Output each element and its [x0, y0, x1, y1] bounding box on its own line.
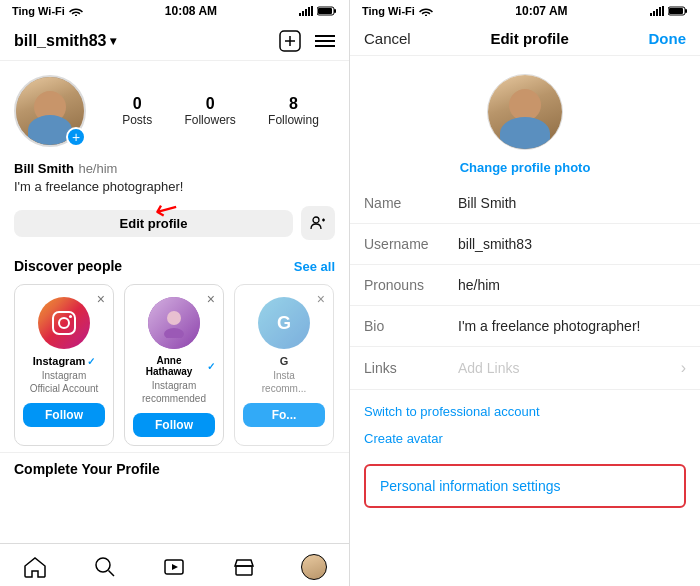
follow-button-instagram[interactable]: Follow — [23, 403, 105, 427]
follow-button-anne[interactable]: Follow — [133, 413, 215, 437]
right-battery-icon — [668, 6, 688, 16]
right-panel: Ting Wi-Fi 10:07 AM Cancel Edit profile … — [350, 0, 700, 586]
create-avatar-link[interactable]: Create avatar — [350, 423, 700, 454]
cancel-button[interactable]: Cancel — [364, 30, 411, 47]
card-avatar-third: G — [258, 297, 310, 349]
done-button[interactable]: Done — [648, 30, 686, 47]
anne-avatar-icon — [159, 308, 189, 338]
following-count: 8 — [289, 95, 298, 113]
avatar-wrapper: + — [14, 75, 86, 147]
svg-rect-3 — [308, 7, 310, 16]
svg-rect-29 — [656, 9, 658, 16]
name-value: Bill Smith — [458, 195, 686, 211]
right-signal-icon — [650, 6, 664, 16]
svg-rect-28 — [653, 11, 655, 16]
menu-icon[interactable] — [315, 34, 335, 48]
shop-icon — [233, 556, 255, 578]
form-row-name[interactable]: Name Bill Smith — [350, 183, 700, 224]
verified-badge-anne: ✓ — [207, 361, 215, 372]
profile-avatar-nav — [301, 554, 327, 580]
bio-value: I'm a freelance photographer! — [458, 318, 686, 334]
svg-rect-27 — [650, 13, 652, 16]
discover-cards: × Instagram ✓ InstagramOfficial Account … — [14, 284, 335, 446]
complete-profile-bar: Complete Your Profile — [0, 452, 349, 481]
header-icons — [279, 30, 335, 52]
battery-icon — [317, 6, 337, 16]
stats-row: 0 Posts 0 Followers 8 Following — [106, 95, 335, 127]
profile-section: + 0 Posts 0 Followers 8 Following — [0, 61, 349, 155]
card-avatar-anne — [148, 297, 200, 349]
form-row-links[interactable]: Links Add Links › — [350, 347, 700, 390]
verified-badge-instagram: ✓ — [87, 356, 95, 367]
form-row-bio[interactable]: Bio I'm a freelance photographer! — [350, 306, 700, 347]
bio-text: I'm a freelance photographer! — [14, 179, 335, 194]
nav-profile[interactable] — [301, 554, 327, 580]
switch-professional-link[interactable]: Switch to professional account — [350, 390, 700, 423]
follow-button-third[interactable]: Fo... — [243, 403, 325, 427]
card-name-instagram: Instagram ✓ — [23, 355, 105, 367]
instagram-logo-icon — [49, 308, 79, 338]
signal-icon — [299, 6, 313, 16]
svg-rect-4 — [311, 6, 313, 16]
svg-rect-6 — [334, 9, 336, 13]
posts-label: Posts — [122, 113, 152, 127]
left-status-right — [299, 6, 337, 16]
svg-rect-7 — [318, 8, 332, 14]
links-label: Links — [364, 360, 444, 376]
new-post-icon[interactable] — [279, 30, 301, 52]
right-avatar-section: Change profile photo — [350, 56, 700, 183]
right-status-bar: Ting Wi-Fi 10:07 AM — [350, 0, 700, 22]
svg-point-20 — [167, 311, 181, 325]
left-header: bill_smith83 ▾ — [0, 22, 349, 61]
form-section: Name Bill Smith Username bill_smith83 Pr… — [350, 183, 700, 586]
change-photo-link[interactable]: Change profile photo — [460, 160, 591, 175]
anne-avatar-inner — [148, 297, 200, 349]
nav-search[interactable] — [92, 554, 118, 580]
svg-rect-26 — [236, 566, 252, 575]
links-chevron-icon: › — [681, 359, 686, 377]
close-card-anne[interactable]: × — [207, 291, 215, 307]
nav-home[interactable] — [22, 554, 48, 580]
form-row-pronouns[interactable]: Pronouns he/him — [350, 265, 700, 306]
form-row-username[interactable]: Username bill_smith83 — [350, 224, 700, 265]
followers-label: Followers — [184, 113, 235, 127]
svg-rect-34 — [669, 8, 683, 14]
svg-marker-25 — [172, 564, 178, 570]
right-status-right — [650, 6, 688, 16]
discover-card-third: × G G Instarecomm... Fo... — [234, 284, 334, 446]
nav-shop[interactable] — [231, 554, 257, 580]
discover-section: Discover people See all × Instagram ✓ — [0, 250, 349, 452]
edit-profile-button[interactable]: Edit profile — [14, 210, 293, 237]
username-label: Username — [364, 236, 444, 252]
svg-point-21 — [164, 328, 184, 338]
edit-profile-title: Edit profile — [490, 30, 568, 47]
svg-point-22 — [96, 558, 110, 572]
svg-rect-31 — [662, 6, 664, 16]
card-avatar-instagram — [38, 297, 90, 349]
username-value: bill_smith83 — [458, 236, 686, 252]
bio-name-line: Bill Smith he/him — [14, 159, 335, 177]
see-all-link[interactable]: See all — [294, 259, 335, 274]
posts-count: 0 — [133, 95, 142, 113]
discover-people-icon[interactable] — [301, 206, 335, 240]
svg-rect-0 — [299, 13, 301, 16]
svg-rect-1 — [302, 11, 304, 16]
svg-line-23 — [108, 571, 114, 577]
close-card-third[interactable]: × — [317, 291, 325, 307]
following-stat[interactable]: 8 Following — [268, 95, 319, 127]
right-header: Cancel Edit profile Done — [350, 22, 700, 56]
username-display[interactable]: bill_smith83 ▾ — [14, 32, 116, 50]
personal-info-settings-link[interactable]: Personal information settings — [364, 464, 686, 508]
right-status-left: Ting Wi-Fi — [362, 5, 433, 17]
right-avatar-image — [488, 75, 562, 149]
right-time: 10:07 AM — [515, 4, 567, 18]
card-subtitle-instagram: InstagramOfficial Account — [23, 369, 105, 395]
nav-reels[interactable] — [161, 554, 187, 580]
avatar-add-button[interactable]: + — [66, 127, 86, 147]
followers-stat[interactable]: 0 Followers — [184, 95, 235, 127]
reels-icon — [163, 556, 185, 578]
bio-name: Bill Smith — [14, 161, 74, 176]
svg-point-18 — [59, 318, 69, 328]
close-card-instagram[interactable]: × — [97, 291, 105, 307]
svg-rect-17 — [53, 312, 75, 334]
